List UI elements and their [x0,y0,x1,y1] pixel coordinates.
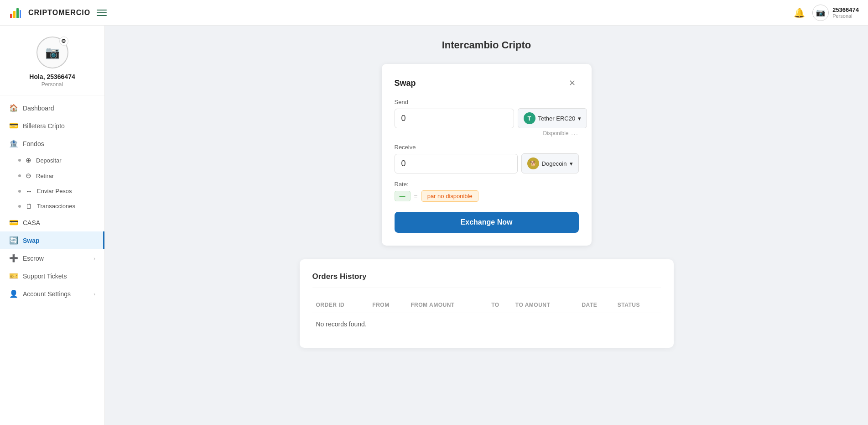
sidebar-label-support: Support Tickets [23,273,95,280]
user-avatar: 📷 [812,5,829,21]
user-id: 25366474 [832,6,859,13]
disponible-value: ... [571,130,578,136]
sidebar-nav: 🏠 Dashboard 💳 Billetera Cripto 🏦 Fondos … [0,95,104,425]
sidebar-item-swap[interactable]: 🔄 Swap [0,231,104,249]
col-status: STATUS [614,297,661,313]
sidebar-label-dashboard: Dashboard [23,105,95,112]
orders-title: Orders History [312,272,661,288]
user-role: Personal [832,13,859,19]
enviar-icon: ↔ [26,187,32,195]
nav-right: 🔔 📷 25366474 Personal [794,5,859,21]
profile-greeting: Hola, 25366474 [29,73,75,80]
swap-close-button[interactable]: ✕ [566,77,579,89]
rate-row: Rate: — = par no disponible [395,181,579,202]
disponible-row: Disponible ... [395,130,579,136]
nav-left: CRIPTOMERCIO [9,6,107,19]
swap-card-title: Swap [395,79,416,88]
user-info: 25366474 Personal [832,6,859,19]
enviar-dot [18,190,21,193]
swap-card: Swap ✕ Send T Tether ERC20 ▾ Disponible … [382,64,592,246]
col-from-amount: FROM AMOUNT [407,297,488,313]
escrow-arrow-icon: › [94,256,95,261]
disponible-label: Disponible [543,130,568,136]
main-content: Intercambio Cripto Swap ✕ Send T Tether … [105,26,868,425]
orders-table-body: No records found. [312,313,661,336]
hamburger-menu[interactable] [97,10,107,16]
logo-icon [9,6,22,19]
profile-type: Personal [42,81,63,88]
swap-icon: 🔄 [9,236,18,245]
sidebar-item-depositar[interactable]: ⊕ Depositar [0,152,104,168]
send-label: Send [395,99,579,105]
notification-button[interactable]: 🔔 [794,7,805,18]
rate-equals: = [414,193,418,200]
receive-amount-input[interactable] [395,154,518,173]
sidebar-item-billetera[interactable]: 💳 Billetera Cripto [0,117,104,135]
rate-label: Rate: [395,181,579,188]
depositar-icon: ⊕ [26,156,31,164]
sidebar-label-transacciones: Transacciones [37,203,75,210]
sidebar-label-escrow: Escrow [23,255,89,262]
brand-name: CRIPTOMERCIO [28,9,90,17]
dashboard-icon: 🏠 [9,104,18,112]
receive-group: Receive 🐕 Dogecoin ▾ [395,144,579,173]
send-coin-selector[interactable]: T Tether ERC20 ▾ [518,108,587,128]
depositar-dot [18,159,21,162]
sidebar-label-retirar: Retirar [36,173,54,179]
col-to-amount: TO AMOUNT [512,297,578,313]
sidebar-item-account[interactable]: 👤 Account Settings › [0,285,104,303]
orders-header-row: ORDER ID FROM FROM AMOUNT TO TO AMOUNT D… [312,297,661,313]
sidebar-item-casa[interactable]: 💳 CASA [0,214,104,231]
orders-table-head: ORDER ID FROM FROM AMOUNT TO TO AMOUNT D… [312,297,661,313]
exchange-now-button[interactable]: Exchange Now [395,212,579,233]
send-amount-input[interactable] [395,109,514,128]
page-title: Intercambio Cripto [123,39,850,51]
escrow-icon: ➕ [9,254,18,262]
user-menu-button[interactable]: 📷 25366474 Personal [812,5,859,21]
receive-input-row: 🐕 Dogecoin ▾ [395,153,579,173]
rate-value: — = par no disponible [395,190,579,202]
retirar-icon: ⊖ [26,172,31,180]
send-coin-chevron: ▾ [578,115,581,122]
account-icon: 👤 [9,289,18,298]
sidebar-item-fondos[interactable]: 🏦 Fondos [0,135,104,152]
svg-rect-3 [20,10,21,18]
col-to: TO [488,297,512,313]
send-coin-label: Tether ERC20 [538,115,576,122]
sidebar-label-swap: Swap [23,237,94,244]
sidebar-item-escrow[interactable]: ➕ Escrow › [0,249,104,267]
sidebar-label-enviar: Enviar Pesos [37,188,72,194]
billetera-icon: 💳 [9,121,18,130]
sidebar-item-support[interactable]: 🎫 Support Tickets [0,267,104,285]
sidebar-profile: 📷 ⚙ Hola, 25366474 Personal [0,26,104,95]
top-navbar: CRIPTOMERCIO 🔔 📷 25366474 Personal [0,0,868,26]
sidebar-label-casa: CASA [23,219,95,226]
svg-rect-2 [16,8,19,18]
send-group: Send T Tether ERC20 ▾ Disponible ... [395,99,579,136]
receive-coin-label: Dogecoin [542,160,567,167]
sidebar-label-depositar: Depositar [36,157,62,164]
tether-icon: T [524,112,535,124]
sidebar-item-transacciones[interactable]: 🗒 Transacciones [0,199,104,214]
profile-gear-icon[interactable]: ⚙ [59,37,68,46]
receive-coin-selector[interactable]: 🐕 Dogecoin ▾ [521,153,579,173]
col-from: FROM [369,297,407,313]
sidebar-item-retirar[interactable]: ⊖ Retirar [0,168,104,184]
main-layout: 📷 ⚙ Hola, 25366474 Personal 🏠 Dashboard … [0,26,868,425]
svg-rect-1 [13,11,16,18]
receive-label: Receive [395,144,579,151]
transacciones-icon: 🗒 [26,202,32,210]
transacciones-dot [18,205,21,208]
col-date: DATE [578,297,613,313]
support-icon: 🎫 [9,272,18,280]
profile-avatar-wrap: 📷 ⚙ [36,37,68,68]
fondos-icon: 🏦 [9,139,18,148]
svg-rect-0 [10,14,12,18]
retirar-dot [18,174,21,177]
send-input-row: T Tether ERC20 ▾ [395,108,579,128]
sidebar: 📷 ⚙ Hola, 25366474 Personal 🏠 Dashboard … [0,26,105,425]
sidebar-item-dashboard[interactable]: 🏠 Dashboard [0,99,104,117]
swap-card-header: Swap ✕ [395,77,579,89]
sidebar-item-enviar[interactable]: ↔ Enviar Pesos [0,184,104,199]
rate-dash: — [395,191,411,201]
